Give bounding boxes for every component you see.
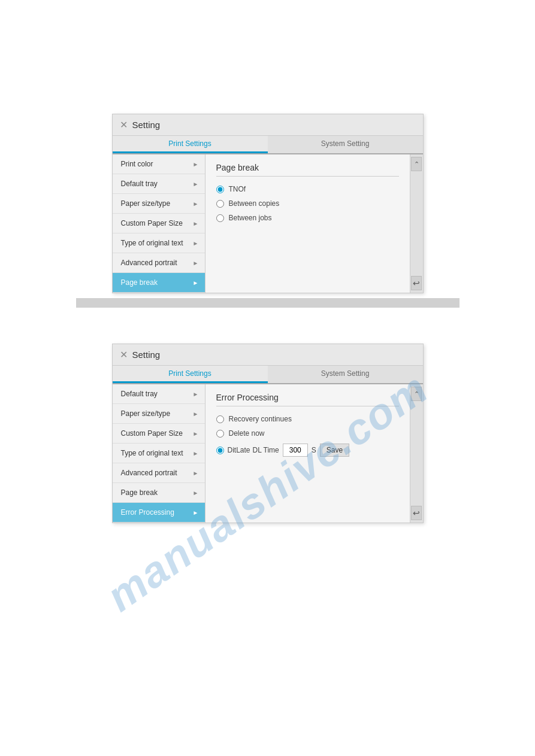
- panel2-title-bar: ✕ Setting: [113, 344, 423, 366]
- radio-recovery-continues[interactable]: [216, 415, 224, 423]
- sidebar-item-paper-size-type[interactable]: Paper size/type ►: [113, 194, 205, 214]
- arrow-icon: ►: [193, 181, 199, 187]
- panel2-main: Error Processing Recovery continues Dele…: [205, 384, 410, 523]
- radio-tnof[interactable]: [216, 186, 224, 193]
- dl-time-input[interactable]: [283, 444, 308, 457]
- option-recovery-continues: Recovery continues: [216, 415, 399, 423]
- arrow-icon: ►: [193, 220, 199, 227]
- separator-wrapper: [0, 298, 535, 308]
- separator-bar: [76, 298, 460, 308]
- page-wrapper: manualshive.com ✕ Setting Print Settings…: [0, 114, 535, 756]
- scroll-up-btn-1[interactable]: ⌃: [411, 157, 422, 171]
- radio-dl-time[interactable]: [216, 447, 224, 454]
- label-delete-now: Delete now: [229, 429, 265, 438]
- panel1-content-title: Page break: [216, 163, 399, 177]
- sidebar-item-type-original-text[interactable]: Type of original text ►: [113, 233, 205, 253]
- option-between-copies: Between copies: [216, 199, 399, 208]
- arrow-icon-active: ►: [193, 509, 199, 516]
- arrow-icon: ►: [193, 391, 199, 397]
- option-tnof: TNOf: [216, 185, 399, 193]
- back-btn-2[interactable]: ↩: [411, 506, 422, 520]
- panel1-main: Page break TNOf Between copies Between j…: [205, 154, 410, 293]
- panel1-scrollbar: ⌃ ↩: [410, 154, 423, 293]
- back-btn-1[interactable]: ↩: [411, 276, 422, 290]
- panel2-sidebar: Default tray ► Paper size/type ► Custom …: [113, 384, 205, 523]
- arrow-icon: ►: [193, 470, 199, 476]
- arrow-icon: ►: [193, 260, 199, 266]
- panel2-scrollbar: ⌃ ↩: [410, 384, 423, 523]
- sidebar-item-advanced-portrait[interactable]: Advanced portrait ►: [113, 253, 205, 273]
- arrow-icon: ►: [193, 490, 199, 496]
- sidebar-item-paper-size-type-2[interactable]: Paper size/type ►: [113, 404, 205, 424]
- panel2-content-title: Error Processing: [216, 393, 399, 406]
- arrow-icon-active: ►: [193, 280, 199, 286]
- panel-1-wrapper: ✕ Setting Print Settings System Setting …: [0, 114, 535, 293]
- sidebar-item-print-color[interactable]: Print color ►: [113, 154, 205, 174]
- tab-print-settings-1[interactable]: Print Settings: [113, 136, 268, 153]
- sidebar-item-custom-paper-size[interactable]: Custom Paper Size ►: [113, 214, 205, 233]
- panel2-title: Setting: [132, 350, 161, 360]
- label-between-jobs: Between jobs: [229, 214, 272, 222]
- sidebar-item-error-processing[interactable]: Error Processing ►: [113, 503, 205, 523]
- sidebar-item-type-original-text-2[interactable]: Type of original text ►: [113, 444, 205, 463]
- option-between-jobs: Between jobs: [216, 214, 399, 222]
- arrow-icon: ►: [193, 411, 199, 417]
- tab-system-setting-1[interactable]: System Setting: [268, 136, 423, 153]
- sidebar-item-default-tray-2[interactable]: Default tray ►: [113, 384, 205, 404]
- radio-between-jobs[interactable]: [216, 214, 224, 222]
- setting-panel-2: ✕ Setting Print Settings System Setting …: [112, 344, 424, 523]
- panel2-tabs: Print Settings System Setting: [113, 366, 423, 384]
- panel1-tabs: Print Settings System Setting: [113, 136, 423, 154]
- radio-delete-now[interactable]: [216, 430, 224, 438]
- dl-time-label: DL Time: [253, 446, 279, 454]
- label-recovery-continues: Recovery continues: [229, 415, 292, 423]
- panel1-title-bar: ✕ Setting: [113, 114, 423, 136]
- setting-panel-1: ✕ Setting Print Settings System Setting …: [112, 114, 424, 293]
- sidebar-item-advanced-portrait-2[interactable]: Advanced portrait ►: [113, 463, 205, 483]
- tab-system-setting-2[interactable]: System Setting: [268, 366, 423, 383]
- label-between-copies: Between copies: [229, 199, 280, 208]
- arrow-icon: ►: [193, 161, 199, 168]
- arrow-icon: ►: [193, 201, 199, 207]
- arrow-icon: ►: [193, 430, 199, 437]
- panel1-title: Setting: [132, 120, 161, 130]
- panel-2-wrapper: ✕ Setting Print Settings System Setting …: [0, 344, 535, 523]
- option-delete-now: Delete now: [216, 429, 399, 438]
- label-tnof: TNOf: [229, 185, 246, 193]
- sidebar-item-page-break-2[interactable]: Page break ►: [113, 483, 205, 503]
- dit-late-label: DitLate: [228, 446, 250, 454]
- arrow-icon: ►: [193, 240, 199, 247]
- panel1-sidebar: Print color ► Default tray ► Paper size/…: [113, 154, 205, 293]
- settings-icon-2: ✕: [120, 349, 128, 360]
- sidebar-item-default-tray[interactable]: Default tray ►: [113, 174, 205, 194]
- tab-print-settings-2[interactable]: Print Settings: [113, 366, 268, 383]
- scroll-up-btn-2[interactable]: ⌃: [411, 387, 422, 401]
- settings-icon-1: ✕: [120, 119, 128, 130]
- dl-s-label: S: [312, 446, 316, 454]
- sidebar-item-page-break[interactable]: Page break ►: [113, 273, 205, 293]
- dl-time-row: DitLate DL Time S Save: [216, 444, 399, 457]
- sidebar-item-custom-paper-size-2[interactable]: Custom Paper Size ►: [113, 424, 205, 444]
- save-button[interactable]: Save: [320, 444, 349, 457]
- panel1-body: Print color ► Default tray ► Paper size/…: [113, 154, 423, 293]
- panel2-body: Default tray ► Paper size/type ► Custom …: [113, 384, 423, 523]
- radio-between-copies[interactable]: [216, 200, 224, 208]
- arrow-icon: ►: [193, 450, 199, 457]
